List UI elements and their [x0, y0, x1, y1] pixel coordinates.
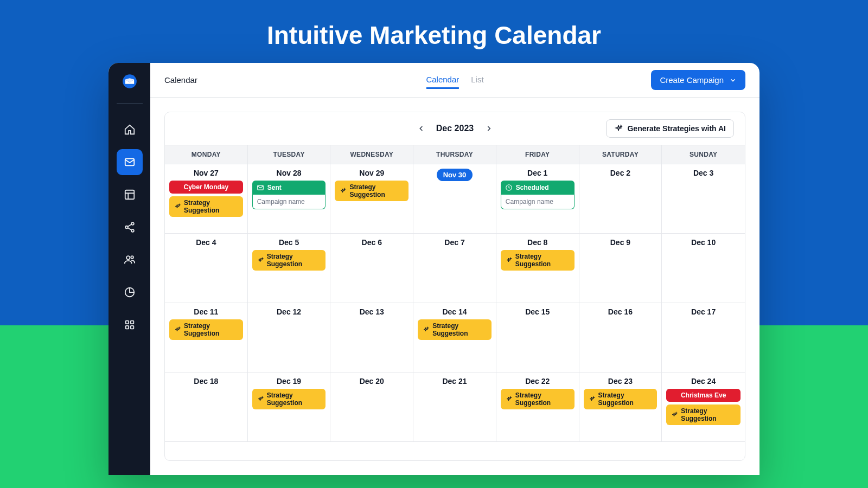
date-label: Dec 6 — [362, 238, 382, 247]
svg-rect-2 — [125, 190, 134, 200]
next-month-button[interactable] — [484, 124, 493, 133]
date-label: Dec 12 — [277, 307, 301, 316]
apps-grid-icon — [124, 319, 136, 331]
month-navigator: Dec 2023 — [417, 124, 493, 133]
calendar-cell[interactable]: Dec 14Strategy Suggestion — [413, 303, 496, 373]
nav-layout[interactable] — [117, 182, 143, 208]
generate-strategies-button[interactable]: Generate Strategies with AI — [606, 119, 734, 138]
sparkle-icon — [422, 326, 429, 333]
date-label: Dec 15 — [525, 307, 550, 316]
calendar-cell[interactable]: Dec 18 — [165, 373, 248, 442]
strategy-suggestion-tag[interactable]: Strategy Suggestion — [666, 404, 741, 425]
calendar-cell[interactable]: Dec 15 — [496, 303, 579, 373]
strategy-suggestion-tag[interactable]: Strategy Suggestion — [252, 389, 326, 409]
weekday-header: SUNDAY — [662, 145, 745, 164]
month-label: Dec 2023 — [436, 124, 474, 133]
date-label: Dec 3 — [693, 169, 713, 177]
calendar-cell[interactable]: Dec 9 — [579, 234, 662, 303]
calendar-cell[interactable]: Dec 2 — [579, 164, 662, 234]
sparkle-icon — [174, 203, 181, 210]
strategy-suggestion-tag[interactable]: Strategy Suggestion — [169, 196, 243, 217]
sparkle-icon — [505, 257, 512, 264]
breadcrumb: Calendar — [164, 75, 197, 85]
sparkle-icon — [671, 412, 678, 419]
date-label: Nov 30 — [437, 169, 473, 181]
calendar-grid: Nov 27Cyber MondayStrategy SuggestionNov… — [165, 164, 745, 460]
nav-home[interactable] — [117, 117, 143, 143]
nav-apps[interactable] — [117, 312, 143, 338]
calendar-cell[interactable]: Dec 5Strategy Suggestion — [248, 234, 331, 303]
app-logo — [118, 69, 142, 93]
strategy-suggestion-tag[interactable]: Strategy Suggestion — [418, 319, 492, 340]
calendar-cell[interactable]: Dec 21 — [413, 373, 496, 442]
chevron-left-icon — [417, 124, 425, 133]
calendar-cell[interactable]: Dec 10 — [662, 234, 745, 303]
sparkle-icon — [614, 124, 623, 133]
calendar-cell[interactable]: Dec 1ScheduledCampaign name — [496, 164, 579, 234]
campaign-event[interactable]: SentCampaign name — [252, 181, 326, 209]
pie-chart-icon — [124, 286, 136, 298]
strategy-suggestion-tag[interactable]: Strategy Suggestion — [335, 181, 409, 201]
calendar-cell[interactable]: Dec 4 — [165, 234, 248, 303]
sparkle-icon — [505, 396, 512, 403]
date-label: Dec 10 — [691, 238, 716, 247]
date-label: Dec 8 — [527, 238, 547, 247]
clock-icon — [505, 184, 513, 191]
calendar-cell[interactable]: Dec 20 — [330, 373, 413, 442]
calendar-cell[interactable]: Dec 8Strategy Suggestion — [496, 234, 579, 303]
date-label: Dec 24 — [691, 377, 716, 386]
content: Dec 2023 Generate Strategies with AI MON… — [150, 98, 760, 475]
weekday-header: SATURDAY — [579, 145, 662, 164]
calendar-cell[interactable]: Dec 16 — [579, 303, 662, 373]
calendar-cell[interactable]: Dec 13 — [330, 303, 413, 373]
calendar-cell[interactable]: Dec 24Christmas EveStrategy Suggestion — [662, 373, 745, 442]
calendar-cell[interactable]: Dec 17 — [662, 303, 745, 373]
sparkle-icon — [257, 257, 264, 264]
calendar-cell[interactable]: Dec 23Strategy Suggestion — [579, 373, 662, 442]
calendar-cell[interactable]: Dec 6 — [330, 234, 413, 303]
strategy-suggestion-tag[interactable]: Strategy Suggestion — [584, 389, 658, 409]
create-campaign-button[interactable]: Create Campaign — [651, 70, 745, 90]
calendar-card: Dec 2023 Generate Strategies with AI MON… — [164, 112, 745, 461]
strategy-suggestion-tag[interactable]: Strategy Suggestion — [501, 250, 575, 271]
tab-calendar[interactable]: Calendar — [426, 72, 459, 89]
date-label: Nov 28 — [277, 169, 302, 177]
svg-rect-8 — [125, 321, 129, 324]
calendar-header: Dec 2023 Generate Strategies with AI — [165, 112, 745, 145]
holiday-tag[interactable]: Christmas Eve — [666, 389, 741, 402]
layout-icon — [124, 189, 136, 201]
tab-list[interactable]: List — [471, 72, 483, 89]
calendar-cell[interactable]: Nov 30 — [413, 164, 496, 234]
date-label: Dec 1 — [527, 169, 547, 177]
campaign-event[interactable]: ScheduledCampaign name — [501, 181, 575, 209]
svg-rect-10 — [125, 326, 129, 329]
strategy-suggestion-tag[interactable]: Strategy Suggestion — [169, 319, 243, 340]
holiday-tag[interactable]: Cyber Monday — [169, 181, 243, 194]
nav-analytics[interactable] — [117, 279, 143, 305]
nav-users[interactable] — [117, 247, 143, 273]
calendar-cell[interactable]: Dec 22Strategy Suggestion — [496, 373, 579, 442]
svg-rect-11 — [130, 326, 133, 329]
calendar-cell[interactable]: Nov 27Cyber MondayStrategy Suggestion — [165, 164, 248, 234]
users-icon — [124, 254, 136, 266]
calendar-cell[interactable]: Dec 12 — [248, 303, 331, 373]
calendar-cell[interactable]: Nov 29Strategy Suggestion — [330, 164, 413, 234]
nav-share[interactable] — [117, 214, 143, 240]
mail-icon — [124, 156, 136, 168]
view-tabs: Calendar List — [426, 63, 483, 97]
calendar-cell[interactable]: Dec 19Strategy Suggestion — [248, 373, 331, 442]
calendar-cell[interactable]: Dec 11Strategy Suggestion — [165, 303, 248, 373]
calendar-cell[interactable]: Nov 28SentCampaign name — [248, 164, 331, 234]
nav-mail[interactable] — [117, 149, 143, 175]
calendar-cell[interactable]: Dec 3 — [662, 164, 745, 234]
date-label: Dec 19 — [277, 377, 301, 386]
strategy-suggestion-tag[interactable]: Strategy Suggestion — [501, 389, 575, 409]
envelope-logo-icon — [122, 74, 137, 89]
topbar: Calendar Calendar List Create Campaign — [150, 63, 760, 98]
mail-icon — [257, 184, 264, 191]
strategy-suggestion-tag[interactable]: Strategy Suggestion — [252, 250, 326, 271]
prev-month-button[interactable] — [417, 124, 425, 133]
campaign-status-header: Scheduled — [501, 181, 575, 195]
date-label: Dec 9 — [610, 238, 630, 247]
calendar-cell[interactable]: Dec 7 — [413, 234, 496, 303]
